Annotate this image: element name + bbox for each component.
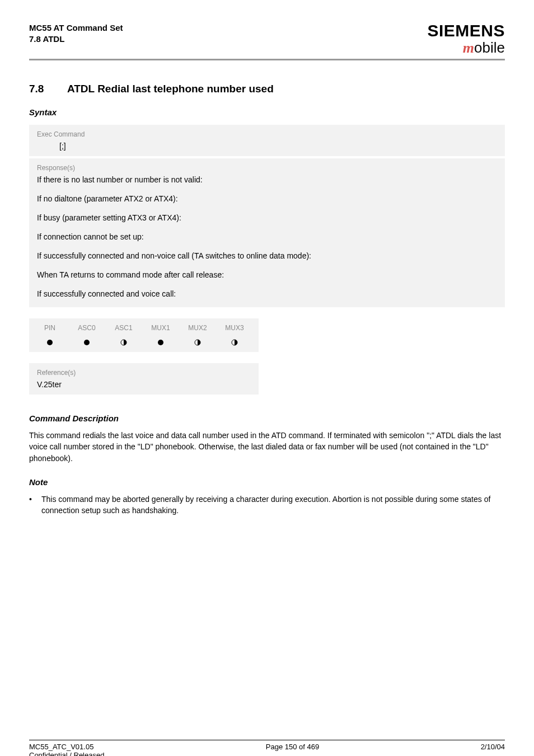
channel-support-table: PIN ASC0 ASC1 MUX1 MUX2 MUX3 xyxy=(29,318,259,352)
svg-point-3 xyxy=(158,340,163,345)
doc-subtitle: 7.8 ATDL xyxy=(29,34,123,45)
state-icon-half xyxy=(216,332,253,346)
channel-header: ASC1 xyxy=(105,324,142,332)
svg-point-0 xyxy=(47,340,53,345)
page-header: MC55 AT Command Set 7.8 ATDL SIEMENS mob… xyxy=(29,22,505,55)
channel-header: PIN xyxy=(31,324,68,332)
response-line: When TA returns to command mode after ca… xyxy=(37,270,497,279)
header-divider xyxy=(29,59,505,60)
response-line: If successfully connected and non-voice … xyxy=(37,251,497,260)
section-title-text: ATDL Redial last telephone number used xyxy=(67,83,274,95)
response-box: Response(s) If there is no last number o… xyxy=(29,158,505,307)
response-line: If there is no last number or number is … xyxy=(37,175,497,184)
channel-state-row xyxy=(31,332,256,346)
exec-command-box: Exec Command [;] xyxy=(29,125,505,156)
footer-page-number: Page 150 of 469 xyxy=(266,743,319,756)
footer-version: MC55_ATC_V01.05 xyxy=(29,743,104,751)
note-text: This command may be aborted generally by… xyxy=(41,494,505,516)
header-right: SIEMENS mobile xyxy=(427,22,505,55)
footer-date: 2/10/04 xyxy=(481,743,505,756)
footer-left: MC55_ATC_V01.05 Confidential / Released xyxy=(29,743,104,756)
response-line: If successfully connected and voice call… xyxy=(37,289,497,298)
channel-header: MUX2 xyxy=(179,324,216,332)
state-icon-full xyxy=(68,332,105,346)
channel-header: ASC0 xyxy=(68,324,105,332)
state-icon-full xyxy=(31,332,68,346)
state-icon-half xyxy=(179,332,216,346)
section-number: 7.8 xyxy=(29,83,44,95)
section-heading: 7.8 ATDL Redial last telephone number us… xyxy=(29,83,505,95)
reference-label: Reference(s) xyxy=(37,369,251,377)
exec-label: Exec Command xyxy=(37,130,497,138)
response-label: Response(s) xyxy=(37,164,497,172)
channel-header: MUX1 xyxy=(142,324,179,332)
note-bullet-row: • This command may be aborted generally … xyxy=(29,494,505,516)
syntax-heading: Syntax xyxy=(29,107,505,117)
command-description-text: This command redials the last voice and … xyxy=(29,430,505,464)
svg-point-1 xyxy=(84,340,90,345)
brand-logo-text: SIEMENS xyxy=(427,22,505,39)
doc-title: MC55 AT Command Set xyxy=(29,22,123,34)
reference-value: V.25ter xyxy=(37,380,251,389)
subbrand-text: mobile xyxy=(427,40,505,55)
subbrand-m: m xyxy=(463,40,474,56)
response-line: If connection cannot be set up: xyxy=(37,232,497,241)
channel-header: MUX3 xyxy=(216,324,253,332)
page-footer: MC55_ATC_V01.05 Confidential / Released … xyxy=(29,740,505,756)
subbrand-rest: obile xyxy=(474,39,505,56)
response-line: If no dialtone (parameter ATX2 or ATX4): xyxy=(37,194,497,203)
state-icon-half xyxy=(105,332,142,346)
reference-box: Reference(s) V.25ter xyxy=(29,363,259,395)
footer-confidentiality: Confidential / Released xyxy=(29,751,104,756)
bullet-icon: • xyxy=(29,494,41,516)
header-left: MC55 AT Command Set 7.8 ATDL xyxy=(29,22,123,45)
note-heading: Note xyxy=(29,477,505,487)
exec-command: [;] xyxy=(37,142,497,151)
channel-header-row: PIN ASC0 ASC1 MUX1 MUX2 MUX3 xyxy=(31,324,256,332)
response-line: If busy (parameter setting ATX3 or ATX4)… xyxy=(37,213,497,222)
command-description-heading: Command Description xyxy=(29,414,505,423)
state-icon-full xyxy=(142,332,179,346)
